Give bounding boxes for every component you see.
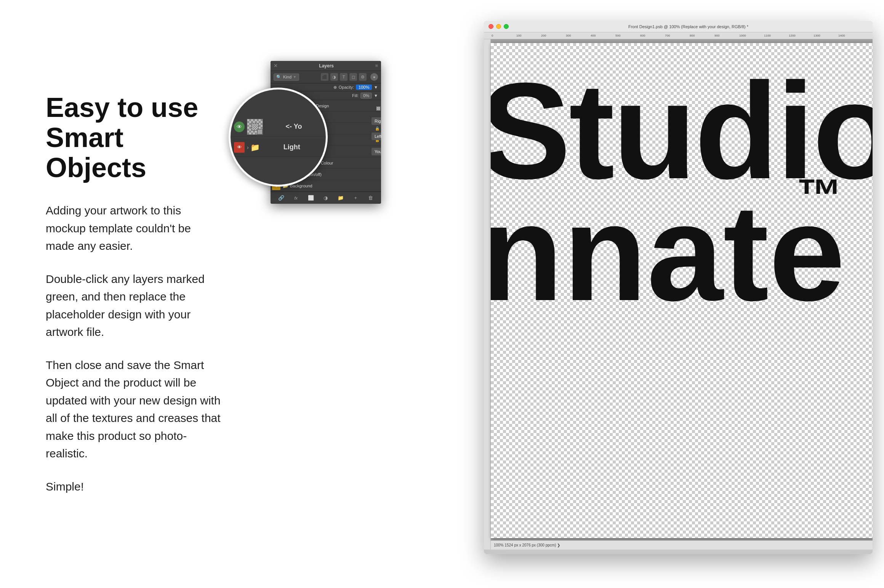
layer-lock-placement: 🔒 xyxy=(375,138,380,142)
layers-panel-title: Layers xyxy=(319,63,334,69)
ruler-600: 600 xyxy=(640,34,665,37)
body-text: Adding your artwork to this mockup templ… xyxy=(46,202,221,495)
ruler-bar: 0 100 200 300 400 500 600 700 800 900 10… xyxy=(484,32,873,39)
search-icon: 🔍 xyxy=(276,75,282,80)
left-section: Easy to use Smart Objects Adding your ar… xyxy=(0,62,259,526)
canvas-tm: ™ xyxy=(796,169,842,221)
ruler-400: 400 xyxy=(591,34,615,37)
filter-icons: ⬛ ◑ T ◻ ⚙ xyxy=(321,73,367,81)
opacity-label: Opacity: xyxy=(339,85,354,89)
pass-through-label: ⊕ xyxy=(333,85,337,90)
mag-eye-2: 👁 xyxy=(234,142,245,153)
canvas-text-nnate: nnate xyxy=(491,184,845,321)
paragraph-2: Double-click any layers marked green, an… xyxy=(46,270,221,341)
paragraph-1: Adding your artwork to this mockup templ… xyxy=(46,202,221,255)
type-filter-icon[interactable]: T xyxy=(340,73,348,81)
canvas-area: Studio nnate ™ 100% 1524 px x 2076 px (3… xyxy=(484,39,873,550)
ruler-1100: 1100 xyxy=(764,34,789,37)
ruler-800: 800 xyxy=(690,34,714,37)
kind-filter[interactable]: 🔍 Kind ▼ xyxy=(274,74,299,81)
smart-filter-icon[interactable]: ⚙ xyxy=(359,73,367,81)
minimize-button[interactable] xyxy=(496,24,501,29)
mag-text-2: Light xyxy=(261,143,322,151)
photoshop-window: Front Design1.psb @ 100% (Replace with y… xyxy=(484,21,873,554)
ruler-900: 900 xyxy=(714,34,739,37)
ruler-marks: 0 100 200 300 400 500 600 700 800 900 10… xyxy=(492,34,863,37)
kind-label: Kind xyxy=(283,75,291,79)
headline-line2: Smart Objects xyxy=(46,122,146,183)
ruler-1400: 1400 xyxy=(838,34,863,37)
new-layer-button[interactable]: + xyxy=(351,194,360,202)
mag-expand-2: › xyxy=(247,144,249,150)
titlebar: Front Design1.psb @ 100% (Replace with y… xyxy=(484,21,873,32)
maximize-button[interactable] xyxy=(504,24,509,29)
mag-text-1: <- Yo xyxy=(265,123,322,131)
layers-panel-header: ✕ Layers ≡ xyxy=(271,61,381,71)
paragraph-3: Then close and save the Smart Object and… xyxy=(46,356,221,463)
pixel-filter-icon[interactable]: ⬛ xyxy=(321,73,328,81)
mag-eye-1: 👁 xyxy=(234,121,245,132)
close-button[interactable] xyxy=(488,24,493,29)
layers-bottom-bar: 🔗 fx ⬜ ◑ 📁 + 🗑 xyxy=(271,192,381,204)
traffic-lights xyxy=(488,24,509,29)
magnify-inner: 👁 <- Yo 👁 › 📁 Light xyxy=(231,89,326,185)
fill-arrow: ▼ xyxy=(374,93,378,98)
mask-button[interactable]: ⬜ xyxy=(307,194,315,202)
link-button[interactable]: 🔗 xyxy=(277,194,285,202)
dropdown-arrow: ▼ xyxy=(293,75,296,79)
delete-layer-button[interactable]: 🗑 xyxy=(366,194,375,202)
paragraph-4: Simple! xyxy=(46,478,221,496)
ruler-1200: 1200 xyxy=(789,34,814,37)
opacity-arrow: ▼ xyxy=(374,85,378,89)
side-ruler xyxy=(484,39,491,550)
fill-label: Fill: xyxy=(352,93,359,98)
headline-line1: Easy to use xyxy=(46,92,198,123)
group-button[interactable]: 📁 xyxy=(336,194,345,202)
statusbar: 100% 1524 px x 2076 px (300 ppcm) ❯ xyxy=(491,540,873,550)
fill-input[interactable]: 0% xyxy=(360,93,372,99)
ruler-500: 500 xyxy=(615,34,640,37)
ruler-1300: 1300 xyxy=(814,34,838,37)
mag-folder-2: 📁 xyxy=(250,143,260,152)
fx-button[interactable]: fx xyxy=(292,194,300,202)
ruler-200: 200 xyxy=(541,34,566,37)
mag-row-1: 👁 <- Yo xyxy=(232,117,324,136)
shape-filter-icon[interactable]: ◻ xyxy=(349,73,357,81)
adjustment-filter-icon[interactable]: ◑ xyxy=(330,73,338,81)
window-title: Front Design1.psb @ 100% (Replace with y… xyxy=(509,24,868,29)
layer-lock-lighting: 🔒 xyxy=(375,126,380,131)
panel-close-icon[interactable]: ✕ xyxy=(274,63,278,69)
ruler-300: 300 xyxy=(566,34,591,37)
adjustment-button[interactable]: ◑ xyxy=(322,194,330,202)
magnify-circle: 👁 <- Yo 👁 › 📁 Light xyxy=(229,88,328,187)
ruler-1000: 1000 xyxy=(739,34,764,37)
right-section: Front Design1.psb @ 100% (Replace with y… xyxy=(259,0,884,588)
panel-menu-icon[interactable]: ≡ xyxy=(375,63,378,69)
canvas: Studio nnate ™ xyxy=(491,43,873,538)
headline: Easy to use Smart Objects xyxy=(46,93,221,183)
opacity-input[interactable]: 100% xyxy=(356,85,372,90)
mag-row-2: 👁 › 📁 Light xyxy=(232,138,324,157)
ruler-0: 0 xyxy=(492,34,516,37)
layers-filter-bar: 🔍 Kind ▼ ⬛ ◑ T ◻ ⚙ ● xyxy=(271,71,381,83)
ruler-100: 100 xyxy=(516,34,541,37)
mag-thumb-1 xyxy=(247,119,263,135)
filter-toggle[interactable]: ● xyxy=(370,73,378,81)
ruler-700: 700 xyxy=(665,34,690,37)
